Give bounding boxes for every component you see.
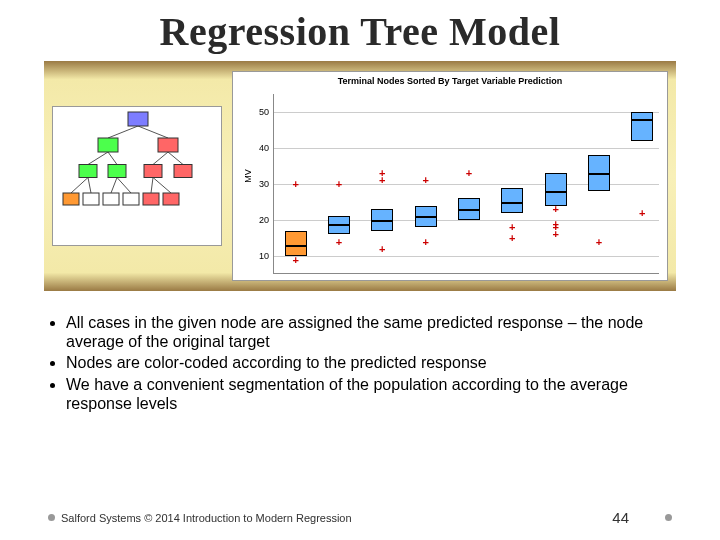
boxplot-box <box>631 112 653 141</box>
tree-node <box>63 193 79 205</box>
boxplot-median <box>328 224 350 226</box>
y-tick-label: 40 <box>251 143 269 153</box>
svg-line-0 <box>108 126 138 138</box>
footer: Salford Systems © 2014 Introduction to M… <box>48 509 672 526</box>
tree-node <box>163 193 179 205</box>
boxplot-chart: Terminal Nodes Sorted By Target Variable… <box>232 71 668 281</box>
tree-node <box>143 193 159 205</box>
tree-node <box>174 165 192 178</box>
svg-line-5 <box>168 152 183 165</box>
outlier-marker: + <box>466 167 472 179</box>
svg-line-2 <box>88 152 108 165</box>
tree-node <box>79 165 97 178</box>
tree-node <box>123 193 139 205</box>
outlier-marker: + <box>509 221 515 233</box>
svg-line-9 <box>117 178 131 194</box>
slide-title: Regression Tree Model <box>0 0 720 61</box>
boxplot-box <box>285 231 307 256</box>
boxplot-median <box>588 173 610 175</box>
gridline <box>274 148 659 149</box>
svg-line-8 <box>111 178 117 194</box>
boxplot-median <box>285 245 307 247</box>
outlier-marker: + <box>552 203 558 215</box>
footer-bullet-icon <box>48 514 55 521</box>
svg-line-4 <box>153 152 168 165</box>
footer-text: Salford Systems © 2014 Introduction to M… <box>61 512 352 524</box>
svg-line-6 <box>71 178 88 194</box>
boxplot-median <box>501 202 523 204</box>
tree-node <box>158 138 178 152</box>
tree-node <box>98 138 118 152</box>
outlier-marker: + <box>639 207 645 219</box>
bullet-item: Nodes are color-coded according to the p… <box>66 353 672 372</box>
boxplot-box <box>545 173 567 205</box>
svg-line-11 <box>153 178 171 194</box>
outlier-marker: + <box>336 178 342 190</box>
boxplot-median <box>371 220 393 222</box>
outlier-marker: + <box>422 174 428 186</box>
chart-title: Terminal Nodes Sorted By Target Variable… <box>233 72 667 86</box>
boxplot-median <box>631 119 653 121</box>
plot-area: ++++++++++++++++++ <box>273 94 659 274</box>
bullet-item: All cases in the given node are assigned… <box>66 313 672 351</box>
tree-node <box>128 112 148 126</box>
footer-bullet-icon <box>665 514 672 521</box>
outlier-marker: + <box>379 243 385 255</box>
tree-diagram <box>52 106 222 246</box>
outlier-marker: + <box>552 218 558 230</box>
outlier-marker: + <box>379 167 385 179</box>
svg-line-7 <box>88 178 91 194</box>
svg-line-1 <box>138 126 168 138</box>
boxplot-median <box>415 216 437 218</box>
boxplot-box <box>501 188 523 213</box>
svg-line-3 <box>108 152 117 165</box>
bullet-list: All cases in the given node are assigned… <box>48 313 672 413</box>
y-tick-label: 20 <box>251 215 269 225</box>
tree-node <box>108 165 126 178</box>
svg-line-10 <box>151 178 153 194</box>
outlier-marker: + <box>292 254 298 266</box>
outlier-marker: + <box>422 236 428 248</box>
gridline <box>274 256 659 257</box>
y-tick-label: 10 <box>251 251 269 261</box>
tree-node <box>83 193 99 205</box>
figure-container: Terminal Nodes Sorted By Target Variable… <box>44 61 676 291</box>
outlier-marker: + <box>336 236 342 248</box>
y-tick-label: 50 <box>251 107 269 117</box>
gridline <box>274 112 659 113</box>
tree-node <box>103 193 119 205</box>
bullet-item: We have a convenient segmentation of the… <box>66 375 672 413</box>
outlier-marker: + <box>292 178 298 190</box>
page-number: 44 <box>612 509 629 526</box>
outlier-marker: + <box>509 232 515 244</box>
boxplot-median <box>458 209 480 211</box>
outlier-marker: + <box>596 236 602 248</box>
tree-node <box>144 165 162 178</box>
y-tick-label: 30 <box>251 179 269 189</box>
boxplot-median <box>545 191 567 193</box>
